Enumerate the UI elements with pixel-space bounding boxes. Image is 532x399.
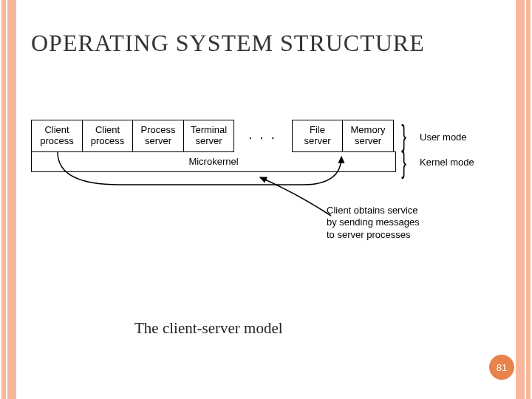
annotation-client-obtains: Client obtains service by sending messag…	[327, 205, 423, 241]
box-terminal-server: Terminalserver	[183, 120, 235, 152]
page-number-badge: 81	[489, 355, 514, 380]
label-user-mode: User mode	[420, 132, 467, 143]
decor-stripe-left	[0, 0, 18, 399]
slide-caption: The client-server model	[134, 319, 283, 338]
box-file-server: Fileserver	[292, 120, 344, 152]
box-client-process-1: Clientprocess	[31, 120, 83, 152]
box-ellipsis: . . .	[233, 120, 293, 152]
box-memory-server: Memoryserver	[342, 120, 394, 152]
label-kernel-mode: Kernel mode	[420, 157, 474, 168]
slide-content: OPERATING SYSTEM STRUCTURE Clientprocess…	[18, 0, 514, 399]
decor-stripe-right	[514, 0, 532, 399]
box-client-process-2: Clientprocess	[82, 120, 134, 152]
box-process-server: Processserver	[132, 120, 184, 152]
client-server-diagram: Clientprocess Clientprocess Processserve…	[31, 120, 504, 172]
page-title: OPERATING SYSTEM STRUCTURE	[31, 30, 425, 57]
box-microkernel: Microkernel	[31, 151, 396, 172]
